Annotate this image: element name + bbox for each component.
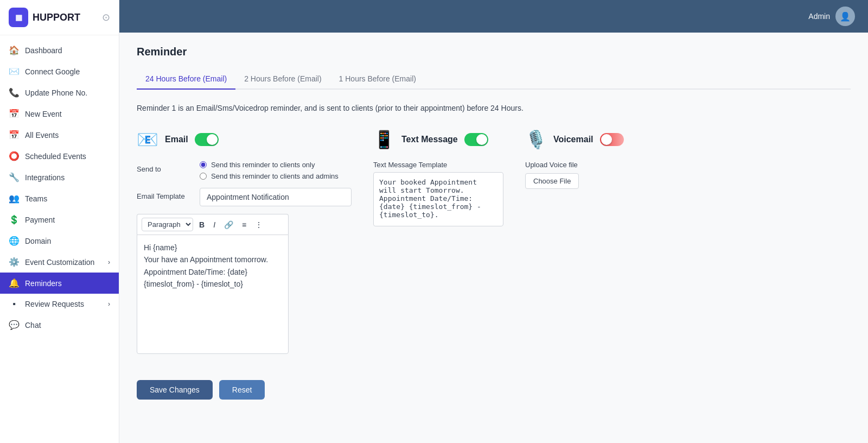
radio-clients-admins[interactable]: Send this reminder to clients and admins — [200, 172, 339, 180]
editor-toolbar: Paragraph B I 🔗 ≡ ⋮ — [137, 214, 289, 235]
new-event-icon: 📅 — [9, 109, 20, 119]
sidebar-item-dashboard[interactable]: 🏠 Dashboard — [0, 40, 119, 61]
sidebar-item-label: Dashboard — [25, 46, 62, 55]
save-changes-button[interactable]: Save Changes — [137, 380, 213, 400]
radio-clients-only[interactable]: Send this reminder to clients only — [200, 161, 339, 169]
voicemail-section: 🎙️ Voicemail Upload Voice file Choose Fi… — [525, 129, 634, 189]
sidebar-nav: 🏠 Dashboard ✉️ Connect Google 📞 Update P… — [0, 35, 119, 443]
domain-icon: 🌐 — [9, 236, 20, 246]
sidebar-item-scheduled-events[interactable]: ⭕ Scheduled Events — [0, 145, 119, 167]
choose-file-button[interactable]: Choose File — [525, 173, 579, 189]
chat-icon: 💬 — [9, 320, 20, 330]
chevron-right-icon-2: › — [108, 300, 110, 308]
reminders-icon: 🔔 — [9, 278, 20, 288]
sidebar-item-new-event[interactable]: 📅 New Event — [0, 103, 119, 124]
sidebar-item-label: Domain — [25, 237, 51, 245]
email-template-input[interactable] — [200, 188, 352, 206]
reminder-sections: 📧 Email Send to Send this reminder — [137, 129, 851, 354]
upload-voice-section: Upload Voice file Choose File — [525, 161, 634, 189]
sidebar-item-label: Reminders — [25, 279, 62, 288]
email-section-title: Email — [165, 135, 188, 144]
logo-abbr: ▦ — [15, 13, 22, 22]
sidebar-item-label: Connect Google — [25, 67, 80, 76]
email-template-row: Email Template — [137, 188, 352, 206]
sidebar-item-payment[interactable]: 💲 Payment — [0, 209, 119, 230]
editor-line-3: Appointment Date/Time: {date} {timeslot_… — [144, 266, 282, 290]
sms-template-textarea[interactable]: Your booked Appointment will start Tomor… — [373, 172, 503, 226]
sidebar-item-integrations[interactable]: 🔧 Integrations — [0, 167, 119, 188]
email-icon: 📧 — [137, 129, 158, 150]
sms-toggle-track[interactable] — [464, 133, 488, 146]
radio-label-clients: Send this reminder to clients only — [211, 161, 315, 169]
page-title: Reminder — [137, 46, 851, 58]
text-message-section: 📱 Text Message Text Message Template You… — [373, 129, 503, 229]
send-to-label: Send to — [137, 161, 191, 173]
radio-label-admins: Send this reminder to clients and admins — [211, 172, 339, 180]
tab-2h-email[interactable]: 2 Hours Before (Email) — [235, 69, 330, 90]
voicemail-icon: 🎙️ — [525, 129, 547, 150]
bottom-actions: Save Changes Reset — [137, 369, 851, 400]
tabs-bar: 24 Hours Before (Email) 2 Hours Before (… — [137, 69, 851, 90]
avatar: 👤 — [835, 7, 855, 26]
sidebar-item-label: Event Customization — [25, 258, 94, 267]
main-area: Admin 👤 Reminder 24 Hours Before (Email)… — [119, 0, 868, 443]
logo-text: HUPPORT — [33, 12, 80, 23]
scheduled-events-icon: ⭕ — [9, 151, 20, 161]
admin-label: Admin — [808, 12, 830, 21]
email-template-field-wrapper — [200, 188, 352, 206]
editor-body[interactable]: Hi {name} Your have an Appointment tomor… — [137, 235, 289, 354]
radio-input-admins[interactable] — [200, 173, 207, 180]
sidebar-item-label: All Events — [25, 131, 59, 140]
sidebar-item-reminders[interactable]: 🔔 Reminders — [0, 273, 119, 294]
paragraph-select[interactable]: Paragraph — [142, 218, 193, 231]
link-button[interactable]: 🔗 — [221, 219, 236, 230]
sms-template-section: Text Message Template Your booked Appoin… — [373, 161, 503, 229]
sidebar-item-label: Scheduled Events — [25, 152, 86, 161]
upload-voice-label: Upload Voice file — [525, 161, 634, 169]
connect-google-icon: ✉️ — [9, 66, 20, 77]
send-to-row: Send to Send this reminder to clients on… — [137, 161, 352, 180]
logo-icon: ▦ — [9, 8, 28, 27]
chevron-right-icon: › — [108, 258, 110, 266]
sms-icon: 📱 — [373, 129, 395, 150]
tab-24h-email[interactable]: 24 Hours Before (Email) — [137, 69, 235, 90]
bold-button[interactable]: B — [196, 219, 207, 230]
email-template-label: Email Template — [137, 188, 191, 200]
sidebar-item-update-phone[interactable]: 📞 Update Phone No. — [0, 82, 119, 103]
sidebar-item-domain[interactable]: 🌐 Domain — [0, 230, 119, 251]
radio-options: Send this reminder to clients only Send … — [200, 161, 339, 180]
reset-button[interactable]: Reset — [219, 380, 265, 400]
sidebar-item-chat[interactable]: 💬 Chat — [0, 314, 119, 336]
email-toggle-track[interactable] — [195, 133, 219, 146]
voicemail-title: Voicemail — [553, 135, 593, 144]
text-message-title: Text Message — [401, 135, 458, 144]
email-toggle[interactable] — [195, 133, 219, 146]
sidebar-item-teams[interactable]: 👥 Teams — [0, 188, 119, 209]
list-button[interactable]: ≡ — [239, 219, 249, 230]
email-section: 📧 Email Send to Send this reminder — [137, 129, 352, 354]
voicemail-toggle[interactable] — [600, 133, 624, 146]
sidebar-item-label: Payment — [25, 216, 55, 224]
more-button[interactable]: ⋮ — [252, 219, 265, 230]
dashboard-icon: 🏠 — [9, 45, 20, 55]
settings-icon[interactable]: ⊙ — [102, 11, 110, 23]
radio-input-clients[interactable] — [200, 161, 207, 168]
voicemail-header: 🎙️ Voicemail — [525, 129, 634, 150]
editor-line-1: Hi {name} — [144, 242, 282, 254]
sidebar-item-connect-google[interactable]: ✉️ Connect Google — [0, 61, 119, 82]
sidebar-item-all-events[interactable]: 📅 All Events — [0, 124, 119, 145]
sidebar-item-review-requests[interactable]: ▪️ Review Requests › — [0, 294, 119, 314]
sms-template-label: Text Message Template — [373, 161, 503, 169]
sms-toggle[interactable] — [464, 133, 488, 146]
sidebar-item-label: Chat — [25, 321, 41, 330]
sidebar-item-label: New Event — [25, 110, 62, 118]
sidebar-item-label: Update Phone No. — [25, 88, 87, 97]
sidebar-item-event-customization[interactable]: ⚙️ Event Customization › — [0, 251, 119, 273]
sidebar-item-label: Teams — [25, 194, 47, 203]
email-section-header: 📧 Email — [137, 129, 352, 150]
italic-button[interactable]: I — [210, 219, 218, 230]
sidebar: ▦ HUPPORT ⊙ 🏠 Dashboard ✉️ Connect Googl… — [0, 0, 119, 443]
voicemail-toggle-track[interactable] — [600, 133, 624, 146]
rich-text-editor: Paragraph B I 🔗 ≡ ⋮ Hi {name} Your have … — [137, 214, 352, 354]
tab-1h-email[interactable]: 1 Hours Before (Email) — [330, 69, 425, 90]
